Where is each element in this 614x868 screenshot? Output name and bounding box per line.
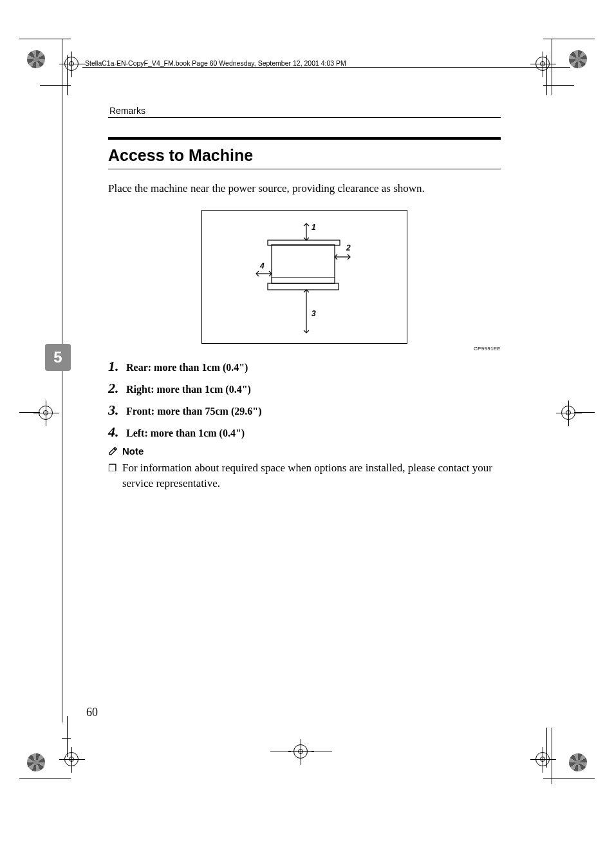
list-number: 1 [108,358,126,375]
diagram-label-top: 1 [312,223,316,232]
clearance-diagram-svg: 1 2 3 [230,216,378,338]
note-body: ❐ For information about required space w… [108,460,501,492]
printers-mark-screw-icon [27,753,45,771]
chapter-tab: 5 [45,344,71,371]
clearance-list: 1Rear: more than 1cm (0.4") 2Right: more… [108,358,501,440]
printers-mark-line [546,55,547,95]
page-content: Remarks Access to Machine Place the mach… [108,106,501,492]
printers-mark-line [574,412,595,413]
list-text: Rear: more than 1cm (0.4") [126,362,248,373]
list-item: 3Front: more than 75cm (29.6") [108,402,501,419]
title-rule-thin [108,169,501,169]
registration-mark-icon [293,744,308,759]
book-source-underline [82,67,570,68]
printers-mark-line [543,39,595,39]
printers-mark-line [546,728,547,768]
note-text: For information about required space whe… [122,460,501,492]
printers-mark-line [552,728,552,784]
list-text: Front: more than 75cm (29.6") [126,406,261,417]
pencil-icon [108,446,118,456]
page-title: Access to Machine [108,146,501,165]
registration-mark-icon [535,752,550,766]
printers-mark-screw-icon [27,50,45,68]
printers-mark-line [19,778,71,779]
lead-paragraph: Place the machine near the power source,… [108,181,501,197]
registration-mark-icon [535,57,550,71]
printers-mark-line [67,716,68,757]
diagram-label-bottom: 3 [312,309,316,318]
note-heading: Note [108,446,501,457]
registration-mark-icon [39,406,53,420]
list-text: Right: more than 1cm (0.4") [126,384,251,395]
printers-mark-line [543,85,574,86]
list-text: Left: more than 1cm (0.4") [126,428,245,439]
list-number: 4 [108,424,126,440]
running-head: Remarks [108,106,501,118]
page-number: 60 [86,706,98,719]
clearance-diagram: 1 2 3 [108,210,501,344]
svg-rect-0 [268,283,339,290]
diagram-label-right: 2 [346,243,351,252]
printers-mark-line [270,751,291,751]
note-bullet-icon: ❐ [108,460,122,492]
printers-mark-line [67,55,68,95]
diagram-caption: CP9991EE [474,346,501,352]
printers-mark-line [62,85,71,86]
printers-mark-line [62,39,62,722]
book-source-header: StellaC1a-EN-CopyF_V4_FM.book Page 60 We… [85,59,346,67]
diagram-label-left: 4 [259,261,265,270]
printers-mark-line [19,39,71,39]
printers-mark-line [543,778,595,779]
list-number: 3 [108,402,126,419]
title-rule-thick [108,137,501,140]
list-item: 4Left: more than 1cm (0.4") [108,424,501,440]
printers-mark-line [19,412,40,413]
list-number: 2 [108,380,126,397]
printers-mark-screw-icon [569,753,587,771]
printers-mark-line [312,751,332,751]
printers-mark-screw-icon [569,50,587,68]
list-item: 1Rear: more than 1cm (0.4") [108,358,501,375]
printers-mark-line [62,738,71,739]
note-heading-text: Note [122,446,144,457]
list-item: 2Right: more than 1cm (0.4") [108,380,501,397]
registration-mark-icon [561,406,575,420]
